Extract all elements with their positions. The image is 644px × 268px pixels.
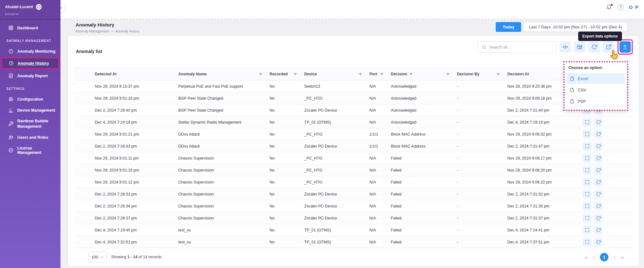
export-option-csv[interactable]: CSV — [567, 84, 625, 95]
page-size-select[interactable]: 100 — [88, 252, 107, 262]
filter-icon[interactable] — [293, 72, 297, 76]
column-header-decision-by[interactable]: Decision By — [457, 72, 507, 76]
search-box — [478, 41, 556, 53]
expand-row-button[interactable] — [583, 226, 591, 235]
today-button[interactable]: Today — [496, 22, 521, 32]
cell-anomaly-name: Chassis Supervision — [178, 204, 270, 208]
replay-row-button[interactable] — [594, 190, 603, 199]
table-row[interactable]: Nov 29, 2024 9:01:12 pmChassis Supervisi… — [74, 176, 633, 188]
table-row[interactable]: Dec 2, 2024 7:26:31 pmChassis Supervisio… — [74, 188, 633, 200]
sidebar-item-dashboard[interactable]: Dashboard — [2, 23, 59, 33]
replay-row-button[interactable] — [594, 118, 603, 127]
manage-columns-button[interactable] — [574, 41, 585, 53]
table-row[interactable]: Nov 29, 2024 9:01:18 pmBGP Peer State Ch… — [74, 92, 633, 104]
cell-device: Zscaler PC-Device — [304, 204, 369, 208]
table-row[interactable]: Dec 4, 2024 7:19:40 pmtest_suNoTP_01 (OT… — [74, 224, 633, 236]
notifications-button[interactable] — [606, 4, 612, 10]
current-page-button[interactable]: 1 — [600, 253, 608, 261]
table-row[interactable]: Dec 4, 2024 7:32:51 pmtest_suNoTP_01 (OT… — [74, 236, 633, 248]
replay-row-button[interactable] — [594, 202, 603, 211]
table-row[interactable]: Dec 2, 2024 7:26:40 pmBGP Peer State Cha… — [74, 104, 633, 116]
sidebar-item-license-management[interactable]: License Management — [2, 144, 59, 157]
expand-row-button[interactable] — [583, 214, 591, 223]
expand-row-button[interactable] — [583, 118, 591, 127]
cell-recorded: No — [270, 144, 304, 149]
expand-icon — [585, 192, 590, 196]
column-header-port[interactable]: Port — [369, 72, 391, 76]
export-option-excel[interactable]: Excel — [567, 73, 625, 84]
table-row[interactable]: Nov 29, 2024 9:01:15 pmChassis Supervisi… — [74, 164, 633, 176]
sidebar: Alcatel-Lucent Enterprise Dashboard ANOM… — [0, 0, 60, 268]
export-option-pdf[interactable]: PDF — [567, 96, 625, 107]
column-label: Decision — [391, 72, 407, 76]
sidebar-item-device-management[interactable]: Device Management — [2, 105, 59, 115]
column-header-recorded[interactable]: Recorded — [270, 72, 304, 76]
sidebar-item-anomaly-report[interactable]: Anomaly Report — [2, 71, 59, 81]
table-row[interactable]: Dec 2, 2024 7:26:37 pmChassis Supervisio… — [74, 212, 633, 224]
cell-decision-by: - — [457, 108, 507, 113]
cell-decision: Acknowledged — [391, 108, 457, 113]
filter-icon[interactable] — [496, 72, 500, 76]
anomaly-table: Detected At Anomaly Name Recorded Device… — [74, 68, 633, 248]
column-header-anomaly-name[interactable]: Anomaly Name — [178, 72, 270, 76]
expand-row-button[interactable] — [583, 238, 591, 247]
replay-row-button[interactable] — [594, 238, 603, 247]
cell-recorded: No — [270, 132, 304, 137]
csv-file-icon — [570, 88, 574, 92]
first-page-button[interactable]: « — [584, 254, 588, 260]
filter-icon[interactable] — [259, 72, 263, 76]
filter-icon[interactable] — [358, 72, 362, 76]
breadcrumb-parent[interactable]: Anomaly Management — [76, 29, 109, 33]
table-row[interactable]: Nov 28, 2024 9:15:37 pmPerpetual PoE and… — [74, 80, 633, 92]
table-row[interactable]: Nov 29, 2024 9:01:21 pmDDos AttackNo_PC_… — [74, 128, 633, 140]
column-header-decision[interactable]: Decision — [391, 72, 457, 76]
filter-icon[interactable] — [380, 72, 384, 76]
expand-row-button[interactable] — [583, 142, 591, 151]
sidebar-item-configuration[interactable]: Configuration — [2, 94, 59, 104]
column-header-detected-at[interactable]: Detected At — [95, 72, 178, 76]
refresh-button[interactable] — [589, 41, 600, 53]
user-menu[interactable]: O P — [629, 4, 639, 10]
expand-row-button[interactable] — [583, 166, 591, 175]
replay-row-button[interactable] — [594, 154, 603, 163]
help-button[interactable]: ? — [618, 4, 624, 10]
cell-detected-at: Dec 2, 2024 7:26:31 pm — [95, 192, 178, 196]
date-range-picker[interactable]: Last 7 Days: 10:02 pm (Nov 27) - 10:02 p… — [523, 22, 627, 32]
replay-row-button[interactable] — [594, 226, 603, 235]
replay-row-button[interactable] — [594, 130, 603, 139]
expand-row-button[interactable] — [583, 178, 591, 187]
table-row[interactable]: Dec 2, 2024 7:26:43 pmDDos AttackNoZscal… — [74, 140, 633, 152]
replay-row-button[interactable] — [594, 166, 603, 175]
export-menu: Choose an option: Excel CSV PDF — [565, 62, 627, 110]
filter-icon[interactable] — [446, 72, 450, 76]
table-row[interactable]: Dec 4, 2024 7:14:19 pmStellar Dynamic Ra… — [74, 116, 633, 128]
replay-row-button[interactable] — [594, 214, 603, 223]
table-row[interactable]: Dec 2, 2024 7:26:34 pmChassis Supervisio… — [74, 200, 633, 212]
cell-device: Zscaler PC-Device — [304, 192, 369, 196]
expand-row-button[interactable] — [583, 154, 591, 163]
cell-recorded: No — [270, 120, 304, 125]
cell-port: N/A — [369, 216, 391, 220]
expand-icon — [585, 240, 590, 244]
export-button[interactable] — [619, 41, 631, 53]
last-page-button[interactable]: » — [620, 254, 624, 260]
prev-page-button[interactable]: ‹ — [593, 254, 595, 260]
sidebar-item-users-and-roles[interactable]: Users and Roles — [2, 133, 59, 143]
fit-columns-button[interactable] — [560, 41, 571, 53]
export-option-label: PDF — [578, 99, 586, 104]
expand-icon — [585, 132, 590, 137]
expand-row-button[interactable] — [583, 202, 591, 211]
next-page-button[interactable]: › — [613, 254, 615, 260]
sidebar-item-anomaly-history[interactable]: Anomaly History — [2, 58, 58, 68]
column-label: Decision By — [457, 72, 480, 76]
expand-row-button[interactable] — [583, 190, 591, 199]
replay-row-button[interactable] — [594, 142, 603, 151]
replay-row-button[interactable] — [594, 178, 603, 187]
search-input[interactable] — [489, 45, 552, 50]
sidebar-item-rainbow-bubble-management[interactable]: Rainbow Bubble Management — [2, 116, 59, 131]
expand-row-button[interactable] — [583, 130, 591, 139]
column-header-device[interactable]: Device — [304, 72, 369, 76]
table-row[interactable]: Nov 29, 2024 9:01:11 pmChassis Supervisi… — [74, 152, 633, 164]
cell-decision: Failed — [391, 204, 457, 208]
sidebar-item-anomaly-monitoring[interactable]: Anomaly Monitoring — [2, 46, 59, 56]
